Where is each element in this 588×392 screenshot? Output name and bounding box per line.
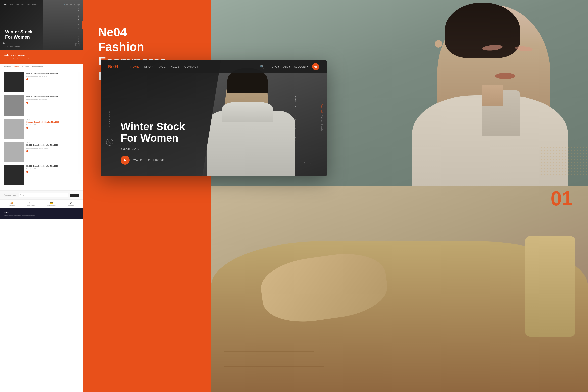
woman-neck xyxy=(482,85,503,106)
product-row-4: SALE NeSOS Dress Collection for Men 2018… xyxy=(4,142,79,162)
product-row-1: NeSOS Dress Collection for Men 2018 Lore… xyxy=(4,72,79,92)
tab-womens[interactable]: WOMEN'S xyxy=(4,66,11,68)
dot-pattern xyxy=(513,101,588,176)
social-twitter[interactable]: Twitter xyxy=(321,115,323,122)
left-panel: Ne04 HOME SHOP PAGE NEWS CONTACT 🔍 ENG U… xyxy=(0,0,83,392)
lp-nav-contact[interactable]: CONTACT xyxy=(32,4,38,5)
lp-nav-shop[interactable]: SHOP xyxy=(16,4,19,5)
product-img-2 xyxy=(4,95,24,116)
hero-figure xyxy=(202,60,327,176)
knit-line-1 xyxy=(224,366,324,367)
nav-link-page[interactable]: PAGE xyxy=(158,65,166,68)
lang-selector[interactable]: ENG ▾ xyxy=(272,65,279,68)
mockup-watch-lookbook: ▶ WATCH LOOKBOOK xyxy=(121,156,164,165)
product-info-2: NeSOS Dress Collection for Men 2018 Lore… xyxy=(26,95,79,104)
support-icon: 💬 xyxy=(27,202,35,204)
nav-link-news[interactable]: NEWS xyxy=(171,65,179,68)
lp-watch-label[interactable]: WATCH LOOKBOOK xyxy=(5,46,21,48)
mockup-hero-content: Winter Stock For Women SHOP NOW xyxy=(121,121,185,151)
lp-shop: WOMEN'S MEN'S SALE OFF ACCESSORIES NeSOS… xyxy=(0,64,83,190)
return-label: 30 Days Return xyxy=(67,205,74,206)
product-info-4: SALE NeSOS Dress Collection for Men 2018… xyxy=(26,142,79,152)
product-info-5: NeSOS Dress Collection for Men 2018 Lore… xyxy=(26,165,79,173)
lp-footer-services: 🚚 Free Shipping 💬 Support Customer 💳 Sec… xyxy=(0,199,83,208)
service-shipping: 🚚 Free Shipping xyxy=(9,202,15,206)
lp-nav-home[interactable]: HOME xyxy=(10,4,14,5)
mockup-trending: TRENDING COLLECTION 2018 xyxy=(294,94,297,142)
lp-slide-number: 01 xyxy=(75,42,80,48)
product-img-1 xyxy=(4,72,24,92)
product-dot-3 xyxy=(26,127,28,129)
lp-nav-news[interactable]: NEWS xyxy=(27,4,30,5)
product-title-2: NeSOS Dress Collection for Men 2018 xyxy=(26,95,79,98)
social-google[interactable]: Google+ xyxy=(321,124,323,133)
product-desc-3: Lorem ipsum dolor sit amet consectetur xyxy=(26,124,79,126)
newsletter-label: ✉ Get Discount 30% OFF xyxy=(4,193,17,197)
product-dot-2 xyxy=(26,102,28,104)
lp-nav-links: HOME SHOP PAGE NEWS CONTACT xyxy=(10,4,38,5)
lp-footer-desc: Lorem ipsum dolor sit amet consectetur a… xyxy=(4,215,79,216)
tab-saleoff[interactable]: SALE OFF xyxy=(22,66,29,68)
woman-top-hair xyxy=(445,3,520,58)
service-return: ↩ 30 Days Return xyxy=(67,202,74,206)
play-button[interactable]: ▶ xyxy=(121,156,130,165)
mockup-logo-accent: 04 xyxy=(113,64,118,69)
social-facebook[interactable]: Facebook xyxy=(321,104,323,113)
product-img-3 xyxy=(4,119,24,139)
nav-link-contact[interactable]: CONTACT xyxy=(184,65,199,68)
tab-mens[interactable]: MEN'S xyxy=(14,66,19,68)
woman-ear xyxy=(435,40,442,48)
account-link[interactable]: ACCOUNT ▾ xyxy=(294,65,308,68)
nav-link-home[interactable]: HOME xyxy=(130,65,139,68)
currency-selector[interactable]: USD ▾ xyxy=(283,65,290,68)
product-dot-4 xyxy=(26,150,28,152)
shipping-label: Free Shipping xyxy=(9,205,15,206)
center-panel: Ne04 Fashion Ecommerce PSD template xyxy=(83,0,211,392)
mockup-logo: Ne04 xyxy=(108,64,118,69)
product-row-5: NeSOS Dress Collection for Men 2018 Lore… xyxy=(4,165,79,185)
nav-divider xyxy=(268,64,268,69)
product-row-3: SALE Summer Dress Collection for Men 201… xyxy=(4,119,79,139)
center-title-line1: Ne04 xyxy=(98,26,127,39)
payments-label: Secured Payments xyxy=(47,205,56,206)
pagination-divider xyxy=(308,161,308,165)
lp-watch: WATCH LOOKBOOK xyxy=(5,46,21,48)
main-mockup: Ne04 HOME SHOP PAGE NEWS CONTACT 🔍 ENG ▾… xyxy=(101,60,327,176)
lp-nav-page[interactable]: PAGE xyxy=(21,4,25,5)
lp-logo: Ne04 xyxy=(3,4,7,6)
search-icon[interactable]: 🔍 xyxy=(260,65,264,69)
product-desc-5: Lorem ipsum dolor sit amet consectetur xyxy=(26,168,79,170)
nav-link-shop[interactable]: SHOP xyxy=(144,65,153,68)
lp-dark-footer: Ne04 Lorem ipsum dolor sit amet consecte… xyxy=(0,208,83,219)
lp-hero-title: Winter Stock For Women xyxy=(5,29,33,40)
lp-usd[interactable]: USD xyxy=(70,4,73,5)
payments-icon: 💳 xyxy=(47,202,56,204)
lp-hero-badge: TRENDING COLLECTION 2018 xyxy=(77,5,79,42)
lp-orange-section: Wellcome to NeSOS Lorem ipsum dolor sit … xyxy=(0,50,83,64)
knit-line-3 xyxy=(224,351,314,352)
phone-icon: 📞 xyxy=(106,139,113,146)
shop-now-button[interactable]: SHOP NOW xyxy=(121,148,185,151)
lp-search-icon[interactable]: 🔍 xyxy=(64,4,65,5)
newsletter-discount: Get Discount 30% OFF xyxy=(4,195,17,197)
cart-icon: 🛍 xyxy=(314,65,317,68)
newsletter-email-input[interactable] xyxy=(19,193,68,197)
product-info-1: NeSOS Dress Collection for Men 2018 Lore… xyxy=(26,72,79,80)
knit-line-2 xyxy=(224,359,319,359)
next-arrow[interactable]: › xyxy=(310,161,312,165)
product-dot-5 xyxy=(26,171,28,173)
woman-bottom-arm xyxy=(525,236,575,337)
lp-orange-title: Wellcome to NeSOS xyxy=(4,54,79,57)
lp-hero-circle xyxy=(3,42,5,44)
service-support: 💬 Support Customer xyxy=(27,202,35,206)
lp-orange-text: Lorem ipsum dolor sit amet consectetur xyxy=(4,58,79,60)
tab-accessories[interactable]: ACCESSORIES xyxy=(32,66,43,68)
newsletter-subscribe-button[interactable]: SUBSCRIBE xyxy=(70,194,79,197)
right-bottom-photo xyxy=(211,186,588,392)
lp-hero: Ne04 HOME SHOP PAGE NEWS CONTACT 🔍 ENG U… xyxy=(0,0,83,50)
hero-title-line1: Winter Stock xyxy=(121,121,185,132)
lp-lang[interactable]: ENG xyxy=(66,4,69,5)
support-label: Support Customer xyxy=(27,205,35,206)
cart-button[interactable]: 🛍 xyxy=(312,63,319,70)
prev-arrow[interactable]: ‹ xyxy=(304,161,305,165)
